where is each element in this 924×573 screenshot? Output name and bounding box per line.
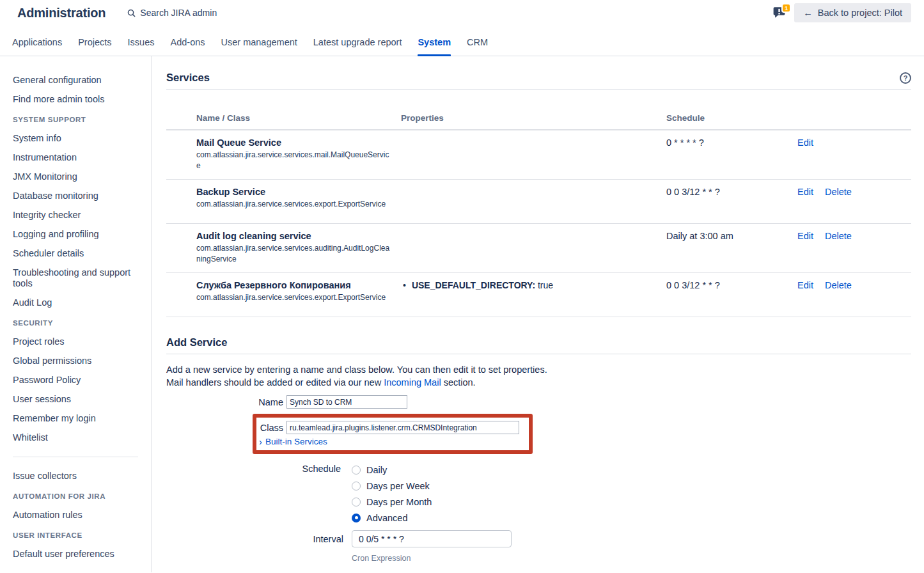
- schedule-label: Schedule: [166, 462, 341, 526]
- main-content: Services ? Name / Class Properties Sched…: [152, 56, 924, 572]
- tab-user-management[interactable]: User management: [221, 26, 297, 56]
- delete-link[interactable]: Delete: [825, 280, 852, 309]
- incoming-mail-link[interactable]: Incoming Mail: [384, 377, 441, 388]
- search-icon: [127, 9, 136, 17]
- column-schedule: Schedule: [666, 113, 797, 123]
- built-in-services-label: Built-in Services: [265, 437, 327, 446]
- sidebar-item-project-roles[interactable]: Project roles: [13, 336, 143, 347]
- chevron-right-icon: ›: [259, 437, 262, 446]
- tab-applications[interactable]: Applications: [12, 26, 62, 56]
- tab-latest-upgrade-report[interactable]: Latest upgrade report: [313, 26, 402, 56]
- add-service-section-header: Add Service: [166, 336, 911, 354]
- interval-label: Interval: [166, 534, 343, 544]
- schedule-radio-group: Daily Days per Week Days per Month Advan…: [352, 462, 432, 526]
- delete-link[interactable]: Delete: [825, 187, 852, 216]
- sidebar-item-password-policy[interactable]: Password Policy: [13, 375, 143, 386]
- service-schedule: Daily at 3:00 am: [666, 231, 797, 265]
- add-service-title: Add Service: [166, 336, 227, 349]
- sidebar-item-logging-and-profiling[interactable]: Logging and profiling: [13, 229, 143, 240]
- name-label: Name: [166, 397, 283, 407]
- sidebar-section-automation-for-jira: AUTOMATION FOR JIRA: [13, 492, 143, 500]
- radio-advanced[interactable]: Advanced: [352, 510, 432, 526]
- radio-icon[interactable]: [352, 498, 361, 506]
- red-highlight-annotation: Class › Built-in Services: [253, 414, 533, 454]
- sidebar-item-jmx-monitoring[interactable]: JMX Monitoring: [13, 171, 143, 182]
- radio-selected-icon[interactable]: [352, 514, 361, 522]
- services-title: Services: [166, 72, 210, 84]
- edit-link[interactable]: Edit: [797, 187, 813, 216]
- sidebar-item-find-more-admin-tools[interactable]: Find more admin tools: [13, 94, 143, 105]
- search-input[interactable]: [140, 8, 281, 18]
- tab-add-ons[interactable]: Add-ons: [171, 26, 205, 56]
- sidebar-item-general-configuration[interactable]: General configuration: [13, 75, 143, 86]
- services-table: Name / Class Properties Schedule Mail Qu…: [166, 109, 911, 317]
- description-line-1: Add a new service by entering a name and…: [166, 363, 911, 376]
- service-name: Backup Service: [196, 187, 401, 197]
- interval-input[interactable]: [352, 530, 512, 547]
- topbar-right: 1 ← Back to project: Pilot: [772, 3, 911, 22]
- add-service-description: Add a new service by entering a name and…: [166, 363, 911, 389]
- interval-field-row: Interval: [166, 530, 911, 547]
- notifications-icon[interactable]: 1: [772, 5, 787, 20]
- admin-search[interactable]: [127, 8, 281, 18]
- sidebar-item-automation-rules[interactable]: Automation rules: [13, 510, 143, 521]
- cron-expression-hint: Cron Expression: [352, 554, 911, 563]
- class-label: Class: [259, 423, 283, 433]
- sidebar-item-global-permissions[interactable]: Global permissions: [13, 356, 143, 366]
- sidebar-item-whitelist[interactable]: Whitelist: [13, 432, 143, 443]
- built-in-services-link[interactable]: › Built-in Services: [259, 437, 525, 446]
- class-input[interactable]: [286, 421, 519, 434]
- sidebar-item-integrity-checker[interactable]: Integrity checker: [13, 210, 143, 221]
- column-name-class: Name / Class: [196, 113, 401, 123]
- tab-system[interactable]: System: [418, 26, 451, 56]
- sidebar-item-remember-my-login[interactable]: Remember my login: [13, 413, 143, 424]
- delete-link[interactable]: Delete: [825, 231, 852, 265]
- tab-issues[interactable]: Issues: [128, 26, 155, 56]
- edit-link[interactable]: Edit: [797, 280, 813, 309]
- tab-crm[interactable]: CRM: [467, 26, 488, 56]
- radio-icon[interactable]: [352, 482, 361, 491]
- edit-link[interactable]: Edit: [797, 137, 813, 171]
- radio-daily[interactable]: Daily: [352, 462, 432, 478]
- sidebar-item-issue-collectors[interactable]: Issue collectors: [13, 471, 143, 482]
- app-title: Administration: [17, 6, 106, 20]
- services-section-header: Services ?: [166, 72, 911, 90]
- service-schedule: 0 * * * * ?: [666, 137, 797, 171]
- table-row: Backup Service com.atlassian.jira.servic…: [166, 180, 911, 224]
- sidebar-section-user-interface: USER INTERFACE: [13, 531, 143, 539]
- notification-badge: 1: [781, 3, 791, 13]
- table-row: Mail Queue Service com.atlassian.jira.se…: [166, 130, 911, 180]
- service-schedule: 0 0 3/12 * * ?: [666, 187, 797, 216]
- sidebar-item-scheduler-details[interactable]: Scheduler details: [13, 248, 143, 259]
- sidebar-item-database-monitoring[interactable]: Database monitoring: [13, 191, 143, 201]
- service-class: com.atlassian.jira.service.services.mail…: [196, 150, 401, 171]
- radio-days-per-week[interactable]: Days per Week: [352, 478, 432, 494]
- table-row: Audit log cleaning service com.atlassian…: [166, 224, 911, 273]
- admin-tab-bar: Applications Projects Issues Add-ons Use…: [0, 26, 924, 56]
- class-field-row: Class: [259, 421, 525, 434]
- service-class: com.atlassian.jira.service.services.audi…: [196, 243, 401, 265]
- service-class: com.atlassian.jira.service.services.expo…: [196, 292, 401, 303]
- service-name: Служба Резервного Копирования: [196, 280, 401, 290]
- radio-days-per-month[interactable]: Days per Month: [352, 494, 432, 510]
- edit-link[interactable]: Edit: [797, 231, 813, 265]
- sidebar-item-troubleshooting[interactable]: Troubleshooting and support tools: [13, 267, 143, 289]
- help-icon[interactable]: ?: [900, 72, 911, 84]
- sidebar-item-system-info[interactable]: System info: [13, 133, 143, 144]
- service-property: • USE_DEFAULT_DIRECTORY: true: [401, 280, 666, 309]
- sidebar-item-audit-log[interactable]: Audit Log: [13, 297, 143, 308]
- radio-icon[interactable]: [352, 466, 361, 475]
- admin-sidebar: General configuration Find more admin to…: [0, 56, 152, 572]
- column-properties: Properties: [401, 113, 666, 123]
- schedule-field-row: Schedule Daily Days per Week Days per Mo…: [166, 462, 911, 526]
- property-key: USE_DEFAULT_DIRECTORY:: [412, 280, 535, 290]
- tab-projects[interactable]: Projects: [78, 26, 111, 56]
- sidebar-divider: [13, 457, 138, 457]
- sidebar-item-instrumentation[interactable]: Instrumentation: [13, 152, 143, 163]
- sidebar-item-default-user-preferences[interactable]: Default user preferences: [13, 549, 143, 560]
- back-to-project-button[interactable]: ← Back to project: Pilot: [794, 3, 911, 22]
- back-button-label: Back to project: Pilot: [818, 8, 902, 18]
- service-name: Mail Queue Service: [196, 137, 401, 148]
- name-input[interactable]: [286, 395, 407, 409]
- sidebar-item-user-sessions[interactable]: User sessions: [13, 394, 143, 405]
